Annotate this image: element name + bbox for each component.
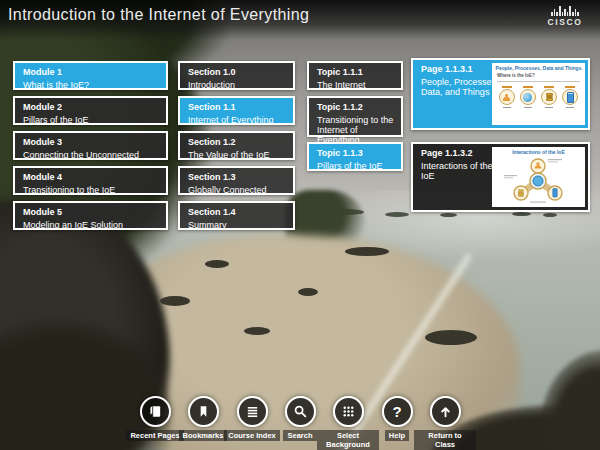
module-title: Module 1 — [23, 67, 160, 78]
question-icon: ? — [392, 404, 401, 419]
section-subtitle: The Value of the IoE — [188, 150, 287, 160]
topic-title: Topic 1.1.2 — [317, 102, 395, 113]
module-title: Module 2 — [23, 102, 160, 113]
gear-icon — [533, 176, 543, 186]
section-title: Section 1.3 — [188, 172, 287, 183]
module-subtitle: Connecting the Unconnected — [23, 150, 160, 160]
section-card-1-0[interactable]: Section 1.0 Introduction — [178, 61, 295, 90]
topic-subtitle: The Internet — [317, 80, 395, 90]
module-card-5[interactable]: Module 5 Modeling an IoE Solution — [13, 201, 168, 230]
module-subtitle: Pillars of the IoE — [23, 115, 160, 125]
page-card-subtitle: Interactions of the IoE — [421, 161, 501, 182]
section-title: Section 1.4 — [188, 207, 287, 218]
page-card-1-1-3-1[interactable]: Page 1.1.3.1 People, Processes, Data, an… — [411, 58, 590, 130]
phone-icon — [567, 92, 574, 103]
search-icon — [293, 404, 308, 419]
toolbar-label: Return to Class — [414, 430, 476, 450]
bg-rock — [345, 247, 389, 256]
module-subtitle: Modeling an IoE Solution — [23, 220, 160, 230]
module-card-4[interactable]: Module 4 Transitioning to the IoE — [13, 166, 168, 195]
topic-card-1-1-1[interactable]: Topic 1.1.1 The Internet — [307, 61, 403, 90]
module-subtitle: What is the IoE? — [23, 80, 160, 90]
cisco-logo: CISCO — [542, 5, 588, 27]
bg-island — [512, 212, 531, 216]
section-card-1-3[interactable]: Section 1.3 Globally Connected — [178, 166, 295, 195]
section-subtitle: Internet of Everything — [188, 115, 287, 125]
bg-rock — [205, 260, 229, 268]
module-card-3[interactable]: Module 3 Connecting the Unconnected — [13, 131, 168, 160]
module-card-1[interactable]: Module 1 What is the IoE? — [13, 61, 168, 90]
bg-rock — [298, 288, 318, 296]
bg-rock — [425, 330, 477, 345]
bg-island — [543, 213, 557, 217]
page-card-1-1-3-2[interactable]: Page 1.1.3.2 Interactions of the IoE Int… — [411, 142, 590, 212]
topic-card-1-1-3[interactable]: Topic 1.1.3 Pillars of the IoE — [307, 142, 403, 171]
pillar-medallions — [492, 86, 585, 108]
section-subtitle: Summary — [188, 220, 287, 230]
arrow-up-icon — [438, 404, 453, 419]
module-card-2[interactable]: Module 2 Pillars of the IoE — [13, 96, 168, 125]
person-icon — [503, 94, 510, 101]
section-title: Section 1.2 — [188, 137, 287, 148]
globe-icon — [523, 93, 532, 102]
topic-card-1-1-2[interactable]: Topic 1.1.2 Transitioning to the Interne… — [307, 96, 403, 137]
cisco-bridge-icon — [542, 5, 588, 16]
topic-subtitle: Pillars of the IoE — [317, 161, 395, 171]
section-title: Section 1.1 — [188, 102, 287, 113]
header-bar: Introduction to the Internet of Everythi… — [0, 0, 600, 40]
bg-island — [440, 213, 457, 217]
bookmark-icon — [196, 404, 211, 419]
section-subtitle: Globally Connected — [188, 185, 287, 195]
course-index-screen: Introduction to the Internet of Everythi… — [0, 0, 600, 450]
page-thumbnail: People, Processes, Data and Things Where… — [492, 63, 585, 125]
thumbnail-subheading: Where is the IoE? — [497, 74, 585, 79]
bg-island — [385, 212, 409, 217]
cisco-logo-text: CISCO — [542, 17, 588, 27]
page-card-title: Page 1.1.3.1 — [421, 64, 501, 75]
section-card-1-2[interactable]: Section 1.2 The Value of the IoE — [178, 131, 295, 160]
section-subtitle: Introduction — [188, 80, 287, 90]
list-icon — [245, 404, 260, 419]
thumbnail-heading: People, Processes, Data and Things — [492, 66, 585, 71]
page-card-subtitle: People, Processes, Data, and Things — [421, 77, 501, 98]
topic-title: Topic 1.1.1 — [317, 67, 395, 78]
page-thumbnail: Interactions of the IoE — [492, 147, 585, 207]
return-to-class-button[interactable]: Return to Class — [405, 396, 485, 450]
interactions-diagram — [492, 155, 585, 205]
section-card-1-4[interactable]: Section 1.4 Summary — [178, 201, 295, 230]
module-title: Module 3 — [23, 137, 160, 148]
bg-rock — [160, 296, 190, 306]
bg-rock — [244, 327, 270, 335]
module-title: Module 4 — [23, 172, 160, 183]
module-title: Module 5 — [23, 207, 160, 218]
module-subtitle: Transitioning to the IoE — [23, 185, 160, 195]
thumbnail-text-line — [497, 81, 580, 83]
data-coins-icon — [546, 93, 553, 101]
page-title: Introduction to the Internet of Everythi… — [8, 6, 309, 24]
page-card-title: Page 1.1.3.2 — [421, 148, 501, 159]
section-title: Section 1.0 — [188, 67, 287, 78]
grid-icon — [341, 404, 356, 419]
section-card-1-1[interactable]: Section 1.1 Internet of Everything — [178, 96, 295, 125]
topic-title: Topic 1.1.3 — [317, 148, 395, 159]
recent-pages-icon — [148, 404, 163, 419]
